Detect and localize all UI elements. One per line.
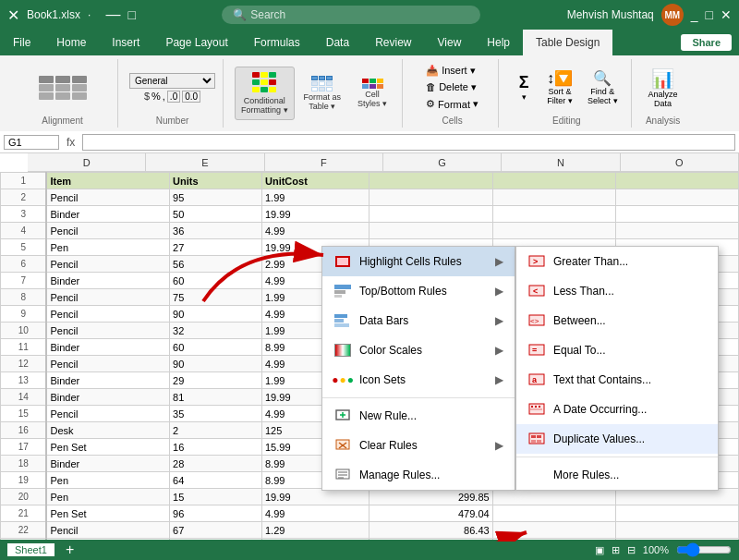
cell-11-0[interactable]: Binder xyxy=(46,339,169,356)
menu-item-data-bars[interactable]: Data Bars ▶ xyxy=(322,306,515,335)
cell-20-5[interactable] xyxy=(615,489,738,505)
header-n[interactable] xyxy=(492,173,615,189)
submenu-item-date-occurring[interactable]: A Date Occurring... xyxy=(516,395,718,424)
menu-item-color-scales[interactable]: Color Scales ▶ xyxy=(322,335,515,365)
window-close-btn[interactable]: ✕ xyxy=(721,7,732,22)
cell-6-0[interactable]: Pencil xyxy=(46,256,169,273)
cell-styles-button[interactable]: CellStyles ▾ xyxy=(350,75,394,113)
cell-8-1[interactable]: 75 xyxy=(170,289,262,306)
cell-12-0[interactable]: Pencil xyxy=(46,356,169,372)
tab-insert[interactable]: Insert xyxy=(99,30,152,55)
find-select-btn[interactable]: 🔍 Find &Select ▾ xyxy=(582,66,624,109)
cell-4-5[interactable] xyxy=(615,223,738,239)
cell-20-1[interactable]: 15 xyxy=(170,489,262,505)
cell-3-1[interactable]: 50 xyxy=(170,206,262,223)
cell-22-2[interactable]: 1.29 xyxy=(261,522,370,539)
view-page-btn[interactable]: ⊟ xyxy=(627,544,636,556)
number-format-select[interactable]: General xyxy=(129,73,215,89)
cell-22-0[interactable]: Pencil xyxy=(46,522,169,539)
cell-10-0[interactable]: Pencil xyxy=(46,323,169,339)
cell-21-0[interactable]: Pen Set xyxy=(46,505,169,522)
cell-21-3[interactable]: 479.04 xyxy=(370,505,492,522)
cell-18-0[interactable]: Binder xyxy=(46,456,169,472)
cell-3-0[interactable]: Binder xyxy=(46,206,169,223)
cell-4-3[interactable] xyxy=(370,223,492,239)
cell-3-4[interactable] xyxy=(492,206,615,223)
cell-3-3[interactable] xyxy=(370,206,492,223)
cell-16-0[interactable]: Desk xyxy=(46,422,169,439)
cell-19-0[interactable]: Pen xyxy=(46,472,169,489)
restore-icon[interactable]: □ xyxy=(127,7,135,22)
tab-file[interactable]: File xyxy=(0,30,43,55)
menu-item-new-rule[interactable]: New Rule... xyxy=(322,401,515,431)
cell-3-5[interactable] xyxy=(615,206,738,223)
cell-10-1[interactable]: 32 xyxy=(170,323,262,339)
cell-20-4[interactable] xyxy=(492,489,615,505)
cell-4-0[interactable]: Pencil xyxy=(46,223,169,239)
cell-20-0[interactable]: Pen xyxy=(46,489,169,505)
submenu-item-duplicate-values[interactable]: Duplicate Values... xyxy=(516,424,718,454)
cell-15-1[interactable]: 35 xyxy=(170,406,262,422)
view-normal-btn[interactable]: ▣ xyxy=(595,544,604,556)
cell-14-0[interactable]: Binder xyxy=(46,389,169,406)
tab-tabledesign[interactable]: Table Design xyxy=(523,30,612,55)
submenu-item-more-rules[interactable]: More Rules... xyxy=(516,460,718,490)
header-item[interactable]: Item xyxy=(46,173,169,189)
percent-btn[interactable]: % xyxy=(151,91,161,102)
header-units[interactable]: Units xyxy=(170,173,262,189)
cell-2-2[interactable]: 1.99 xyxy=(261,189,370,206)
cell-5-1[interactable]: 27 xyxy=(170,239,262,256)
zoom-slider[interactable] xyxy=(676,542,732,557)
cell-19-1[interactable]: 64 xyxy=(170,472,262,489)
window-minimize-btn[interactable]: _ xyxy=(691,7,698,22)
cell-14-1[interactable]: 81 xyxy=(170,389,262,406)
tab-formulas[interactable]: Formulas xyxy=(241,30,313,55)
cell-3-2[interactable]: 19.99 xyxy=(261,206,370,223)
decrease-decimal-btn[interactable]: .0 xyxy=(167,91,180,103)
tab-view[interactable]: View xyxy=(425,30,475,55)
cell-20-2[interactable]: 19.99 xyxy=(261,489,370,505)
conditional-formatting-button[interactable]: ConditionalFormatting ▾ xyxy=(235,67,295,120)
sheet-tab[interactable]: Sheet1 xyxy=(7,543,55,556)
menu-item-manage-rules[interactable]: Manage Rules... xyxy=(322,460,515,490)
tab-pagelayout[interactable]: Page Layout xyxy=(152,30,240,55)
window-restore-btn[interactable]: □ xyxy=(706,7,713,22)
cell-18-1[interactable]: 28 xyxy=(170,456,262,472)
cell-6-1[interactable]: 56 xyxy=(170,256,262,273)
delete-btn[interactable]: 🗑 Delete ▾ xyxy=(422,79,482,95)
currency-btn[interactable]: $ xyxy=(144,91,150,102)
cell-21-2[interactable]: 4.99 xyxy=(261,505,370,522)
cell-5-0[interactable]: Pen xyxy=(46,239,169,256)
add-sheet-btn[interactable]: + xyxy=(66,542,74,558)
menu-item-clear-rules[interactable]: Clear Rules ▶ xyxy=(322,431,515,460)
header-g[interactable] xyxy=(370,173,492,189)
cell-9-1[interactable]: 90 xyxy=(170,306,262,323)
insert-btn[interactable]: 📥 Insert ▾ xyxy=(422,63,482,79)
format-as-table-button[interactable]: Format asTable ▾ xyxy=(298,72,347,116)
cell-11-1[interactable]: 60 xyxy=(170,339,262,356)
cell-8-0[interactable]: Pencil xyxy=(46,289,169,306)
submenu-item-greater-than[interactable]: > Greater Than... xyxy=(516,247,718,276)
cell-4-4[interactable] xyxy=(492,223,615,239)
sum-btn[interactable]: Σ ▾ xyxy=(510,69,538,105)
cell-4-2[interactable]: 4.99 xyxy=(261,223,370,239)
cell-13-0[interactable]: Binder xyxy=(46,372,169,389)
increase-decimal-btn[interactable]: 0.0 xyxy=(182,91,200,103)
tab-home[interactable]: Home xyxy=(43,30,99,55)
cell-16-1[interactable]: 2 xyxy=(170,422,262,439)
cell-21-1[interactable]: 96 xyxy=(170,505,262,522)
cell-13-1[interactable]: 29 xyxy=(170,372,262,389)
user-avatar[interactable]: MM xyxy=(661,4,684,26)
search-bar[interactable]: 🔍 Search xyxy=(222,6,480,24)
cell-15-0[interactable]: Pencil xyxy=(46,406,169,422)
format-btn[interactable]: ⚙ Format ▾ xyxy=(422,96,482,112)
tab-data[interactable]: Data xyxy=(313,30,362,55)
cell-21-5[interactable] xyxy=(615,505,738,522)
cell-17-1[interactable]: 16 xyxy=(170,439,262,456)
cell-20-3[interactable]: 299.85 xyxy=(370,489,492,505)
submenu-item-less-than[interactable]: < Less Than... xyxy=(516,276,718,306)
cell-12-1[interactable]: 90 xyxy=(170,356,262,372)
cell-22-1[interactable]: 67 xyxy=(170,522,262,539)
tab-help[interactable]: Help xyxy=(474,30,523,55)
submenu-item-text-contains[interactable]: a Text that Contains... xyxy=(516,365,718,395)
